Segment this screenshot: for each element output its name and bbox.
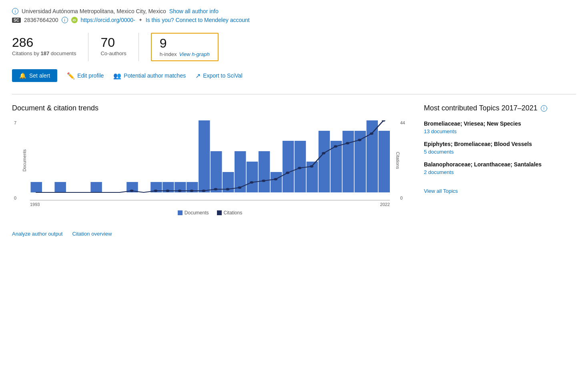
- export-icon: ↗: [195, 72, 201, 80]
- svg-rect-16: [295, 141, 306, 192]
- coauthors-label: Co-authors: [100, 50, 126, 56]
- topic-name: Bromeliaceae; Vriesea; New Species: [424, 120, 576, 127]
- svg-point-39: [322, 152, 325, 154]
- hindex-label: h-index View h-graph: [160, 51, 210, 57]
- topics-list: Bromeliaceae; Vriesea; New Species 13 do…: [424, 120, 576, 175]
- svg-point-32: [238, 186, 241, 189]
- legend-doc-color: [178, 210, 183, 215]
- svg-point-25: [154, 190, 157, 192]
- view-hgraph-link[interactable]: View h-graph: [179, 51, 209, 57]
- topics-section: Most contributed Topics 2017–2021 i Brom…: [424, 104, 576, 237]
- set-alert-button[interactable]: 🔔 Set alert: [12, 69, 57, 82]
- svg-point-31: [226, 188, 229, 190]
- coauthors-metric: 70 Co-authors: [100, 33, 138, 61]
- svg-rect-20: [343, 131, 354, 192]
- analyze-author-output-link[interactable]: Analyze author output: [12, 231, 62, 237]
- mendeley-connect-link[interactable]: Is this you? Connect to Mendeley account: [146, 17, 250, 23]
- main-content: Document & citation trends 7 0 Documents…: [12, 104, 576, 237]
- svg-rect-23: [379, 131, 390, 192]
- pencil-icon: ✏️: [67, 72, 75, 80]
- sc-id: 28367664200: [24, 17, 58, 23]
- svg-point-33: [250, 181, 253, 184]
- info-icon[interactable]: i: [12, 8, 18, 14]
- topic-docs-link[interactable]: 2 documents: [424, 169, 454, 175]
- topic-item: Epiphytes; Bromeliaceae; Blood Vessels 5…: [424, 141, 576, 155]
- chart-title: Document & citation trends: [12, 104, 408, 112]
- svg-point-42: [358, 139, 361, 141]
- chart-svg: [30, 120, 390, 200]
- topic-docs-link[interactable]: 5 documents: [424, 149, 454, 155]
- y-axis-right: 44 0: [400, 120, 405, 200]
- metrics-row: 286 Citations by 187 documents 70 Co-aut…: [12, 33, 576, 61]
- bell-icon: 🔔: [19, 72, 26, 79]
- topic-item: Balanophoraceae; Loranthaceae; Santalale…: [424, 161, 576, 175]
- orcid-link[interactable]: https://orcid.org/0000-: [81, 17, 135, 23]
- sc-info-icon[interactable]: i: [62, 17, 68, 23]
- author-ids-row: SC 28367664200 i iD https://orcid.org/00…: [12, 17, 576, 23]
- potential-matches-link[interactable]: 👥 Potential author matches: [113, 72, 186, 80]
- svg-rect-22: [367, 120, 378, 192]
- hindex-metric: 9 h-index View h-graph: [151, 33, 219, 61]
- chart-section: Document & citation trends 7 0 Documents…: [12, 104, 408, 237]
- svg-point-29: [202, 190, 205, 192]
- chart-container: 7 0 Documents 44 0 Citations: [12, 120, 408, 224]
- svg-rect-18: [319, 131, 330, 192]
- y-axis-right-label: Citations: [396, 152, 401, 169]
- citations-label: Citations by 187 documents: [12, 50, 76, 56]
- institution-name: Universidad Autónoma Metropolitana, Mexi…: [22, 8, 166, 14]
- svg-point-43: [370, 132, 373, 135]
- svg-rect-13: [259, 151, 270, 192]
- svg-point-28: [190, 190, 193, 192]
- chart-baseline: [30, 200, 390, 200]
- svg-point-27: [178, 190, 181, 192]
- svg-point-41: [346, 142, 349, 144]
- svg-rect-11: [235, 151, 246, 192]
- svg-point-35: [274, 178, 277, 180]
- topics-title: Most contributed Topics 2017–2021 i: [424, 104, 576, 112]
- export-scival-link[interactable]: ↗ Export to SciVal: [195, 72, 243, 80]
- svg-rect-1: [54, 182, 66, 192]
- coauthors-value: 70: [100, 36, 126, 49]
- legend-citations: Citations: [217, 210, 243, 216]
- view-all-topics-link[interactable]: View all Topics: [424, 188, 458, 194]
- orcid-badge: iD: [71, 17, 78, 23]
- scopus-badge: SC: [12, 18, 21, 23]
- legend-documents: Documents: [178, 210, 209, 216]
- mendeley-separator: ✦: [138, 17, 142, 23]
- svg-rect-14: [271, 172, 282, 192]
- svg-point-38: [310, 165, 313, 168]
- x-axis: 1993 2022: [30, 202, 390, 207]
- section-divider: [12, 94, 576, 94]
- citations-value: 286: [12, 36, 76, 49]
- svg-rect-8: [199, 120, 210, 192]
- svg-point-34: [262, 180, 265, 182]
- citations-metric: 286 Citations by 187 documents: [12, 33, 88, 61]
- topic-docs-link[interactable]: 13 documents: [424, 128, 457, 134]
- svg-rect-9: [211, 151, 222, 192]
- svg-rect-12: [247, 162, 258, 192]
- svg-rect-0: [30, 182, 42, 192]
- svg-point-36: [286, 172, 289, 174]
- topics-info-icon[interactable]: i: [541, 105, 547, 112]
- actions-row: 🔔 Set alert ✏️ Edit profile 👥 Potential …: [12, 69, 576, 82]
- legend-cite-color: [217, 210, 222, 215]
- chart-legend: Documents Citations: [12, 210, 408, 216]
- svg-rect-2: [90, 182, 102, 192]
- footer-links: Analyze author output Citation overview: [12, 231, 408, 237]
- y-axis-left: 7 0: [14, 120, 16, 200]
- topic-name: Balanophoraceae; Loranthaceae; Santalale…: [424, 161, 576, 168]
- svg-point-30: [214, 188, 217, 190]
- show-all-author-info-link[interactable]: Show all author info: [169, 8, 219, 14]
- svg-rect-15: [283, 141, 294, 192]
- topic-item: Bromeliaceae; Vriesea; New Species 13 do…: [424, 120, 576, 134]
- topic-name: Epiphytes; Bromeliaceae; Blood Vessels: [424, 141, 576, 147]
- hindex-value: 9: [160, 37, 210, 50]
- y-axis-left-label: Documents: [22, 149, 27, 172]
- institution-row: i Universidad Autónoma Metropolitana, Me…: [12, 8, 576, 14]
- svg-point-40: [334, 145, 337, 148]
- people-icon: 👥: [113, 72, 121, 80]
- svg-point-24: [130, 190, 133, 192]
- svg-point-37: [298, 167, 301, 169]
- citation-overview-link[interactable]: Citation overview: [72, 231, 112, 237]
- edit-profile-link[interactable]: ✏️ Edit profile: [67, 72, 104, 80]
